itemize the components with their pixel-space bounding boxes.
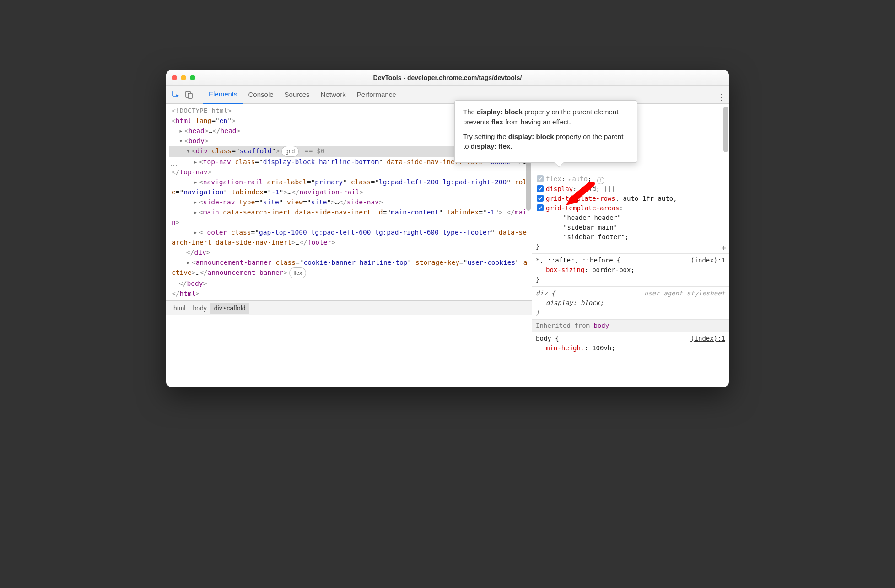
tab-console[interactable]: Console	[243, 86, 279, 104]
svg-rect-2	[188, 93, 192, 98]
titlebar: DevTools - developer.chrome.com/tags/dev…	[166, 70, 729, 86]
crumb-div-scaffold[interactable]: div.scaffold	[210, 303, 249, 314]
checkbox-icon[interactable]	[537, 195, 544, 202]
close-window-button[interactable]	[172, 75, 177, 80]
rule-div-ua[interactable]: div { user agent stylesheet display: blo…	[532, 287, 729, 320]
inherited-from-bar: Inherited from body	[532, 320, 729, 332]
rule-scaffold[interactable]: flex: ▸auto; i display: grid; grid-templ…	[532, 172, 729, 254]
window-title: DevTools - developer.chrome.com/tags/dev…	[166, 74, 729, 81]
checkbox-icon[interactable]	[537, 185, 544, 192]
prop-box-sizing[interactable]: box-sizing: border-box;	[536, 265, 725, 275]
rule-close: }	[536, 242, 725, 251]
gta-line-0: "header header"	[536, 213, 725, 223]
device-toggle-icon[interactable]	[183, 88, 195, 101]
checkbox-icon[interactable]	[537, 204, 544, 211]
tab-network[interactable]: Network	[315, 86, 351, 104]
tab-sources[interactable]: Sources	[279, 86, 315, 104]
source-link[interactable]: (index):1	[690, 256, 725, 265]
ua-label: user agent stylesheet	[644, 289, 725, 298]
devtools-toolbar: Elements Console Sources Network Perform…	[166, 86, 729, 104]
rule-body[interactable]: body { (index):1 min-height: 100vh;	[532, 332, 729, 355]
more-menu-icon[interactable]: ⋮	[717, 92, 725, 102]
prop-grid-template-rows[interactable]: grid-template-rows: auto 1fr auto;	[536, 194, 725, 203]
maximize-window-button[interactable]	[190, 75, 195, 80]
prop-grid-template-areas[interactable]: grid-template-areas:	[536, 203, 725, 213]
devtools-window: DevTools - developer.chrome.com/tags/dev…	[166, 70, 729, 387]
styles-scrollbar[interactable]	[723, 107, 728, 152]
prop-display[interactable]: display: grid;	[536, 184, 725, 194]
tab-performance[interactable]: Performance	[351, 86, 402, 104]
separator	[199, 90, 199, 100]
crumb-body[interactable]: body	[189, 303, 210, 314]
crumb-html[interactable]: html	[170, 303, 189, 314]
prop-display-block[interactable]: display: block;	[536, 298, 725, 308]
rule-close: }	[536, 308, 725, 317]
rule-universal[interactable]: *, ::after, ::before { (index):1 box-siz…	[532, 254, 729, 287]
prop-min-height[interactable]: min-height: 100vh;	[536, 343, 725, 353]
window-controls	[172, 75, 195, 80]
breadcrumb: html body div.scaffold	[166, 300, 532, 315]
gta-line-2: "sidebar footer";	[536, 232, 725, 242]
hint-tooltip: The display: block property on the paren…	[454, 100, 637, 163]
source-link[interactable]: (index):1	[690, 334, 725, 343]
gta-line-1: "sidebar main"	[536, 223, 725, 232]
content-area: <!DOCTYPE html><html lang="en">▸<head>…<…	[166, 104, 729, 387]
inspect-element-icon[interactable]	[170, 88, 183, 101]
overflow-ellipsis-icon: ⋯	[170, 160, 178, 170]
add-rule-icon[interactable]: +	[721, 243, 726, 252]
tab-elements[interactable]: Elements	[203, 86, 243, 104]
minimize-window-button[interactable]	[181, 75, 186, 80]
grid-badge-icon[interactable]	[605, 186, 614, 192]
checkbox-icon[interactable]	[537, 175, 544, 182]
info-icon[interactable]: i	[597, 177, 604, 184]
prop-flex[interactable]: flex: ▸auto; i	[536, 174, 725, 184]
rule-close: }	[536, 275, 725, 284]
